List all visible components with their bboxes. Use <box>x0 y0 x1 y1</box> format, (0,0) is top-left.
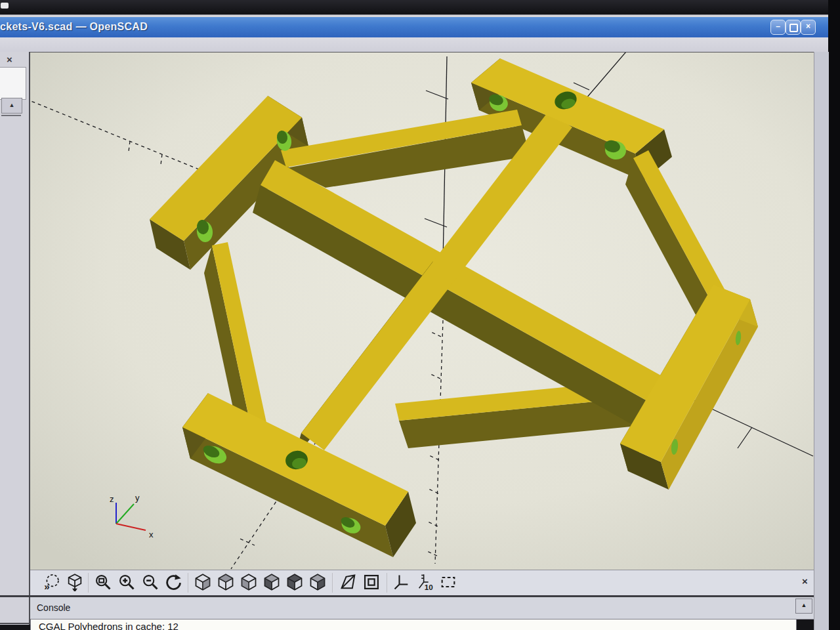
view-all-button[interactable]: » <box>41 572 62 594</box>
show-scale-markers-icon: 10 <box>416 573 434 591</box>
close-button[interactable]: × <box>801 20 816 35</box>
view-back-button[interactable] <box>306 572 328 594</box>
editor-scrollbar[interactable] <box>1 115 21 116</box>
perspective-button[interactable] <box>337 572 359 594</box>
console-output[interactable]: CGAL Polyhedrons in cache: 12 <box>30 619 797 630</box>
show-axes-button[interactable] <box>390 572 412 594</box>
z-axis-label: z <box>110 494 114 504</box>
editor-close-icon[interactable]: × <box>7 54 12 65</box>
viewport-3d[interactable]: z y x <box>30 52 814 570</box>
zoom-in-icon <box>117 573 136 591</box>
view-top-icon <box>217 573 235 591</box>
reset-view-button[interactable] <box>162 572 184 594</box>
x-axis-label: x <box>149 530 154 539</box>
titlebar[interactable]: ckets-V6.scad — OpenSCAD – × <box>0 17 828 38</box>
console-log-line: CGAL Polyhedrons in cache: 12 <box>39 621 178 630</box>
editor-scroll-up-icon[interactable]: ▲ <box>1 98 22 114</box>
view-toolbar: » <box>30 570 814 596</box>
show-axes-icon <box>392 573 411 591</box>
viewport-canvas[interactable]: z y x <box>30 52 814 570</box>
toolbar-separator <box>188 573 189 593</box>
window-right-edge <box>814 52 829 630</box>
zoom-region-icon <box>94 573 112 591</box>
view-front-button[interactable] <box>284 572 305 594</box>
orthogonal-button[interactable] <box>360 572 382 594</box>
orthogonal-icon <box>362 573 381 591</box>
view-left-icon <box>262 573 281 591</box>
view-all-icon: » <box>43 573 61 591</box>
toolbar-separator <box>387 573 388 593</box>
editor-area[interactable] <box>0 67 26 100</box>
screen-bezel-right <box>828 0 840 630</box>
zoom-in-button[interactable] <box>116 572 137 594</box>
console-header: Console ▲ <box>30 597 814 620</box>
svg-text:»: » <box>44 581 49 591</box>
perspective-icon <box>339 573 358 591</box>
desktop-glyph <box>1 3 9 9</box>
console-scroll-up-icon[interactable]: ▲ <box>795 598 812 614</box>
minimize-button[interactable]: – <box>770 20 786 35</box>
zoom-out-button[interactable] <box>139 572 161 594</box>
show-crosshairs-button[interactable] <box>437 572 459 594</box>
maximize-button[interactable] <box>786 20 801 35</box>
toolbar-separator <box>88 573 89 593</box>
view-left-button[interactable] <box>261 572 282 594</box>
show-scale-markers-button[interactable]: 10 <box>414 572 436 594</box>
view-right-icon <box>194 573 212 591</box>
svg-text:10: 10 <box>424 583 432 591</box>
pane-divider-bottom <box>0 623 30 624</box>
menu-strip <box>0 37 828 52</box>
view-top-button[interactable] <box>215 572 236 594</box>
view-back-icon <box>308 573 327 591</box>
toolbar-separator <box>332 573 333 593</box>
maximize-icon <box>789 24 798 32</box>
console-title: Console <box>37 602 70 613</box>
zoom-region-button[interactable] <box>92 572 114 594</box>
zoom-to-fit-button[interactable] <box>64 572 85 594</box>
view-bottom-button[interactable] <box>238 572 259 594</box>
editor-pane: × ▲ <box>0 52 30 625</box>
view-right-button[interactable] <box>192 572 213 594</box>
view-bottom-icon <box>240 573 258 591</box>
console-dock-close-icon[interactable]: × <box>802 576 808 587</box>
zoom-out-icon <box>141 573 159 591</box>
zoom-to-fit-icon <box>66 573 84 591</box>
y-axis-label: y <box>135 493 140 503</box>
screen-bezel-top <box>0 0 840 14</box>
view-front-icon <box>285 573 304 591</box>
window-title: ckets-V6.scad — OpenSCAD <box>0 21 148 33</box>
reset-view-icon <box>164 573 182 591</box>
screen: ckets-V6.scad — OpenSCAD – × × ▲ <box>0 0 840 630</box>
show-crosshairs-icon <box>439 573 457 591</box>
